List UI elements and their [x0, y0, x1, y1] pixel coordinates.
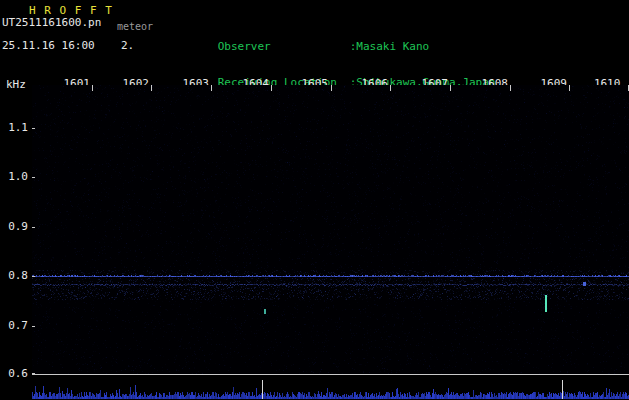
info-row-location: Receiving Location:Shibukawa,Gunma,Japan — [178, 65, 582, 77]
spectrogram-canvas — [32, 85, 629, 374]
info-value: :Masaki Kano — [350, 40, 429, 53]
hrofft-screen: H R O F F T UT2511161600.pn meteor 25.11… — [0, 0, 629, 400]
noise-strip-canvas — [32, 377, 629, 399]
y-tick-label: 0.6 — [0, 368, 28, 380]
strip-separator-line — [32, 374, 629, 375]
y-tick-label: 1.0 — [0, 171, 28, 183]
info-row-observer: Observer:Masaki Kano — [178, 29, 582, 41]
filename-label: UT2511161600.pn — [2, 17, 101, 29]
y-axis-unit-label: kHz — [6, 79, 26, 91]
station-label: meteor — [117, 21, 153, 33]
image-counter: 2. — [121, 40, 134, 52]
info-label: Observer — [218, 41, 350, 53]
y-tick-label: 0.7 — [0, 320, 28, 332]
datetime-label: 25.11.16 16:00 — [2, 40, 95, 52]
y-tick-label: 0.8 — [0, 270, 28, 282]
y-tick-label: 0.9 — [0, 221, 28, 233]
y-tick-label: 1.1 — [0, 122, 28, 134]
